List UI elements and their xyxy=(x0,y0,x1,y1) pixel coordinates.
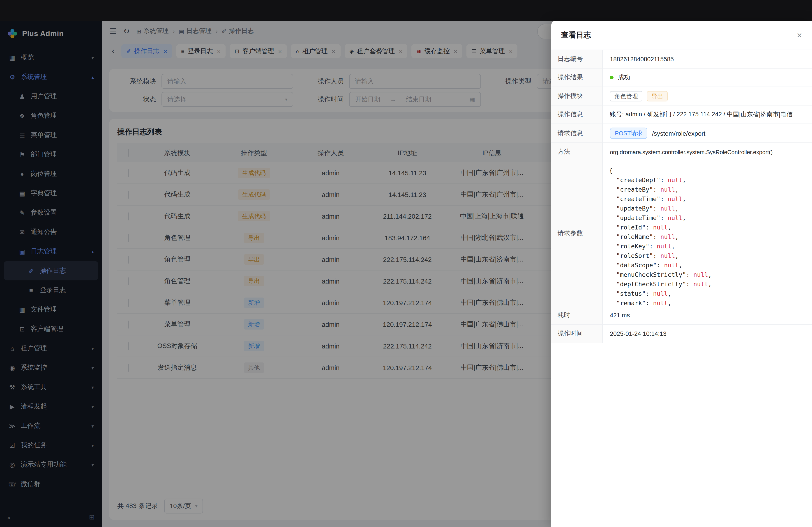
drawer-header: 查看日志 × xyxy=(551,21,812,49)
detail-row: 操作模块角色管理导出 xyxy=(551,87,812,105)
detail-label: 日志编号 xyxy=(551,50,603,68)
detail-value: 1882612840802115585 xyxy=(603,50,812,68)
detail-row: 操作信息账号: admin / 研发部门 / 222.175.114.242 /… xyxy=(551,105,812,124)
detail-value: { "createDept": null, "createBy": null, … xyxy=(603,161,812,306)
status-text: 成功 xyxy=(618,74,630,81)
detail-label: 耗时 xyxy=(551,306,603,324)
detail-row: 日志编号1882612840802115585 xyxy=(551,50,812,69)
detail-label: 请求参数 xyxy=(551,161,603,306)
detail-text: 2025-01-24 10:14:13 xyxy=(610,330,667,337)
code-line: "updateBy": null, xyxy=(609,204,806,213)
detail-label: 请求信息 xyxy=(551,124,603,142)
detail-label: 方法 xyxy=(551,143,603,161)
code-line: "deptCheckStrictly": null, xyxy=(609,280,806,289)
code-line: "roleId": null, xyxy=(609,223,806,232)
log-detail-drawer: 查看日志 × 日志编号1882612840802115585操作结果成功操作模块… xyxy=(551,21,812,527)
detail-value: 成功 xyxy=(603,69,812,87)
request-url: /system/role/export xyxy=(652,130,706,137)
detail-value: org.dromara.system.controller.system.Sys… xyxy=(603,143,812,161)
detail-row: 操作时间2025-01-24 10:14:13 xyxy=(551,325,812,343)
code-line: "status": null, xyxy=(609,289,806,298)
code-line: "createTime": null, xyxy=(609,194,806,204)
code-line: "remark": null, xyxy=(609,298,806,306)
code-line: { xyxy=(609,166,806,175)
detail-value: 421 ms xyxy=(603,306,812,324)
module-tag: 导出 xyxy=(647,91,668,101)
detail-value: 账号: admin / 研发部门 / 222.175.114.242 / 中国|… xyxy=(603,105,812,123)
detail-value: 角色管理导出 xyxy=(603,87,812,105)
status-dot-icon xyxy=(610,76,613,79)
code-line: "roleSort": null, xyxy=(609,251,806,260)
detail-label: 操作结果 xyxy=(551,69,603,87)
http-method-badge: POST请求 xyxy=(610,127,648,139)
request-params-code[interactable]: { "createDept": null, "createBy": null, … xyxy=(603,161,812,306)
detail-label: 操作信息 xyxy=(551,105,603,123)
module-tag: 角色管理 xyxy=(610,91,642,101)
detail-row: 操作结果成功 xyxy=(551,69,812,87)
detail-row: 方法org.dromara.system.controller.system.S… xyxy=(551,143,812,161)
drawer-title: 查看日志 xyxy=(561,30,591,40)
code-line: "roleName": null, xyxy=(609,232,806,242)
detail-text: 421 ms xyxy=(610,312,630,318)
code-line: "roleKey": null, xyxy=(609,242,806,251)
log-detail-table: 日志编号1882612840802115585操作结果成功操作模块角色管理导出操… xyxy=(551,49,812,343)
code-line: "createBy": null, xyxy=(609,185,806,194)
code-line: "menuCheckStrictly": null, xyxy=(609,270,806,280)
detail-label: 操作时间 xyxy=(551,325,603,343)
detail-text: 账号: admin / 研发部门 / 222.175.114.242 / 中国|… xyxy=(610,110,793,119)
detail-value: 2025-01-24 10:14:13 xyxy=(603,325,812,343)
code-line: "updateTime": null, xyxy=(609,213,806,223)
detail-value: POST请求/system/role/export xyxy=(603,124,812,142)
detail-text: 1882612840802115585 xyxy=(610,56,674,62)
detail-row: 请求信息POST请求/system/role/export xyxy=(551,124,812,143)
detail-row: 请求参数{ "createDept": null, "createBy": nu… xyxy=(551,161,812,306)
code-line: "createDept": null, xyxy=(609,175,806,185)
screen: Plus Admin ▦概览▾⚙系统管理▴♟用户管理❖角色管理☰菜单管理⚑部门管… xyxy=(0,0,812,527)
detail-label: 操作模块 xyxy=(551,87,603,105)
code-line: "dataScope": null, xyxy=(609,260,806,270)
detail-row: 耗时421 ms xyxy=(551,306,812,325)
close-icon[interactable]: × xyxy=(797,30,802,40)
detail-text: org.dromara.system.controller.system.Sys… xyxy=(610,149,772,155)
